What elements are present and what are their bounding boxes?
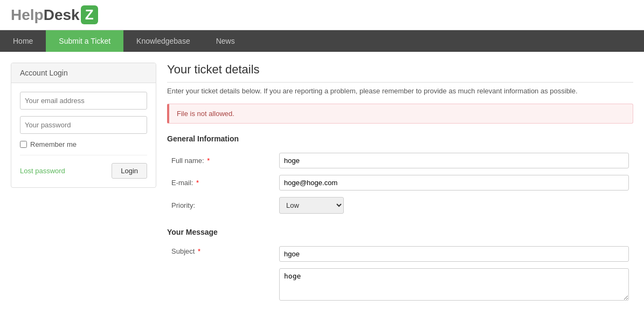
- email-label-cell: E-mail: *: [167, 172, 275, 194]
- error-alert: File is not allowed.: [167, 104, 633, 124]
- subject-input[interactable]: [279, 246, 629, 262]
- login-tab-header: Account Login: [11, 63, 156, 83]
- priority-select[interactable]: Low Medium High: [279, 197, 344, 214]
- email-label: E-mail:: [171, 179, 193, 187]
- main-content: Account Login Remember me Lost password …: [0, 52, 644, 316]
- general-info-section-title: General Information: [167, 134, 633, 143]
- subject-required: *: [198, 247, 200, 255]
- email-required: *: [196, 179, 199, 187]
- login-tab-body: Remember me Lost password Login: [11, 83, 156, 187]
- header: HelpDesk Z: [0, 0, 644, 30]
- subject-input-cell: [275, 243, 633, 265]
- error-message: File is not allowed.: [177, 110, 234, 118]
- email-row: E-mail: *: [167, 172, 633, 194]
- login-tab: Account Login Remember me Lost password …: [11, 63, 156, 188]
- email-input-cell: [275, 172, 633, 194]
- nav-knowledgebase[interactable]: Knowledgebase: [123, 30, 203, 52]
- sidebar: Account Login Remember me Lost password …: [11, 63, 156, 188]
- password-input[interactable]: [20, 116, 147, 134]
- general-info-table: Full name: * E-mail: * Priority:: [167, 149, 633, 217]
- subject-label-cell: Subject *: [167, 243, 275, 265]
- nav-news[interactable]: News: [203, 30, 248, 52]
- message-label-cell: [167, 265, 275, 305]
- ticket-panel: Your ticket details Enter your ticket de…: [167, 63, 633, 305]
- remember-label: Remember me: [30, 140, 77, 148]
- full-name-input[interactable]: [279, 153, 629, 168]
- message-table: Subject * hoge: [167, 243, 633, 305]
- ticket-title: Your ticket details: [167, 63, 633, 83]
- full-name-label: Full name:: [171, 157, 204, 165]
- logo: HelpDesk Z: [11, 5, 633, 24]
- login-button[interactable]: Login: [112, 163, 147, 179]
- your-message-section-title: Your Message: [167, 228, 633, 236]
- logo-text: HelpDesk: [11, 6, 80, 24]
- full-name-row: Full name: *: [167, 149, 633, 172]
- nav-submit-ticket[interactable]: Submit a Ticket: [46, 30, 123, 52]
- priority-label-cell: Priority:: [167, 194, 275, 217]
- login-tab-label: Account Login: [20, 69, 68, 77]
- priority-row: Priority: Low Medium High: [167, 194, 633, 217]
- logo-desk: Desk: [44, 6, 80, 23]
- logo-help: Help: [11, 6, 44, 23]
- nav-home[interactable]: Home: [0, 30, 46, 52]
- remember-checkbox[interactable]: [20, 141, 27, 148]
- priority-select-cell: Low Medium High: [275, 194, 633, 217]
- email-input-ticket[interactable]: [279, 175, 629, 191]
- login-actions: Lost password Login: [20, 155, 147, 179]
- remember-row: Remember me: [20, 140, 147, 148]
- lost-password-link[interactable]: Lost password: [20, 167, 65, 175]
- logo-box: Z: [81, 5, 98, 24]
- ticket-description: Enter your ticket details below. If you …: [167, 87, 633, 95]
- message-textarea-cell: hoge: [275, 265, 633, 305]
- full-name-input-cell: [275, 149, 633, 172]
- email-input[interactable]: [20, 92, 147, 110]
- message-textarea[interactable]: hoge: [279, 268, 629, 301]
- full-name-required: *: [207, 157, 210, 165]
- priority-label: Priority:: [171, 201, 195, 209]
- subject-row: Subject *: [167, 243, 633, 265]
- subject-label: Subject: [171, 247, 195, 255]
- full-name-label-cell: Full name: *: [167, 149, 275, 172]
- message-row: hoge: [167, 265, 633, 305]
- main-nav: Home Submit a Ticket Knowledgebase News: [0, 30, 644, 52]
